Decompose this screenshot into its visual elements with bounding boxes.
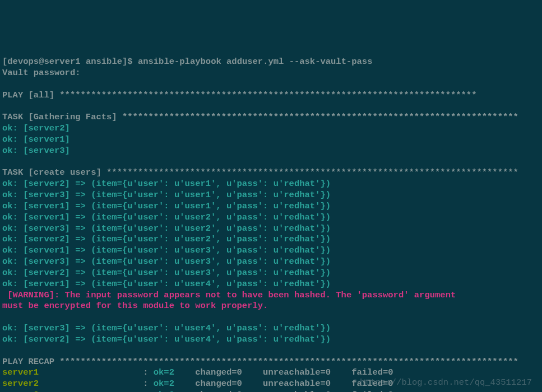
recap-server: server1: [2, 367, 143, 377]
ok-item-line: ok: [server3] => (item={u'user': u'user4…: [2, 323, 331, 333]
play-header: PLAY [all] *****************************…: [2, 90, 476, 100]
ok-line: ok: [server3]: [2, 146, 70, 156]
warning-line: [WARNING]: The input password appears no…: [2, 290, 456, 311]
recap-stats: :: [143, 379, 154, 389]
task-create-header: TASK [create users] ********************…: [2, 167, 518, 178]
ok-item-line: ok: [server2] => (item={u'user': u'user4…: [2, 334, 331, 344]
recap-header: PLAY RECAP *****************************…: [2, 357, 518, 367]
task-facts-header: TASK [Gathering Facts] *****************…: [2, 112, 518, 122]
vault-password-prompt[interactable]: Vault password:: [2, 68, 81, 78]
recap-server: server3: [2, 390, 143, 392]
ok-item-line: ok: [server3] => (item={u'user': u'user3…: [2, 256, 331, 267]
terminal[interactable]: [devops@server1 ansible]$ ansible-playbo…: [0, 55, 542, 392]
recap-stats: :: [143, 367, 154, 377]
ok-item-line: ok: [server1] => (item={u'user': u'user1…: [2, 201, 331, 211]
ok-item-line: ok: [server1] => (item={u'user': u'user4…: [2, 279, 331, 289]
watermark: https://blog.csdn.net/qq_43511217: [360, 377, 532, 389]
ok-line: ok: [server1]: [2, 134, 70, 144]
prompt-line: [devops@server1 ansible]$ ansible-playbo…: [2, 57, 372, 67]
ok-item-line: ok: [server2] => (item={u'user': u'user1…: [2, 179, 331, 189]
ok-line: ok: [server2]: [2, 123, 70, 133]
ok-item-line: ok: [server3] => (item={u'user': u'user2…: [2, 223, 331, 234]
ok-item-line: ok: [server1] => (item={u'user': u'user2…: [2, 212, 331, 222]
ok-item-line: ok: [server2] => (item={u'user': u'user3…: [2, 268, 331, 278]
ok-item-line: ok: [server2] => (item={u'user': u'user2…: [2, 234, 331, 244]
recap-server: server2: [2, 379, 143, 389]
ok-item-line: ok: [server1] => (item={u'user': u'user3…: [2, 245, 331, 255]
recap-stats: :: [143, 390, 154, 392]
ok-item-line: ok: [server3] => (item={u'user': u'user1…: [2, 190, 331, 200]
